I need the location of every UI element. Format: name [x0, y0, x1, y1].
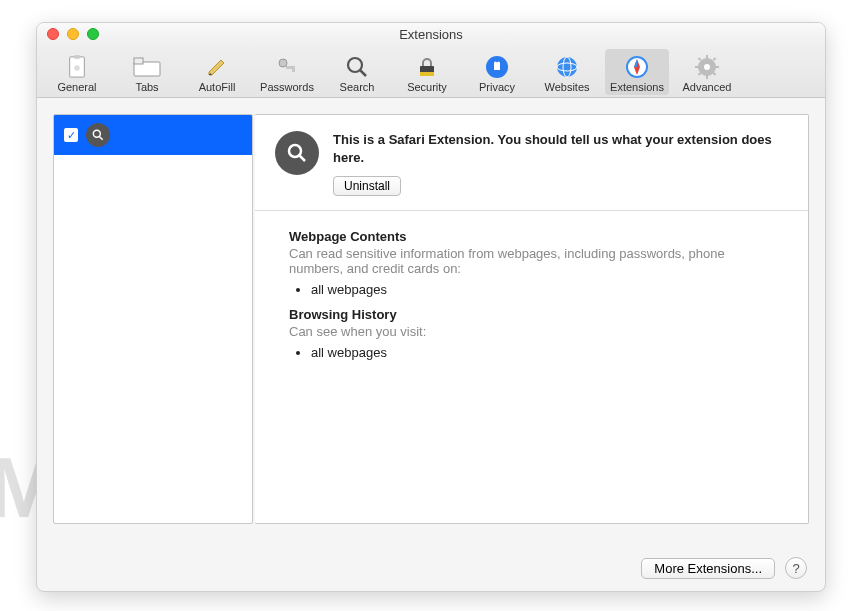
extension-description: This is a Safari Extension. You should t…	[333, 131, 788, 166]
compass-icon	[605, 53, 669, 81]
gear-icon	[675, 53, 739, 81]
tab-autofill[interactable]: AutoFill	[185, 49, 249, 95]
toolbar-item-label: Extensions	[605, 81, 669, 93]
svg-line-9	[360, 70, 366, 76]
webpage-contents-desc: Can read sensitive information from webp…	[289, 246, 774, 276]
toolbar-item-label: AutoFill	[185, 81, 249, 93]
tab-passwords[interactable]: Passwords	[255, 49, 319, 95]
extension-enabled-checkbox[interactable]: ✓	[64, 128, 78, 142]
svg-rect-20	[706, 55, 708, 59]
tab-websites[interactable]: Websites	[535, 49, 599, 95]
webpage-contents-item: all webpages	[311, 282, 774, 297]
browsing-history-item: all webpages	[311, 345, 774, 360]
toolbar-item-label: Search	[325, 81, 389, 93]
svg-line-31	[299, 155, 305, 161]
extension-detail: This is a Safari Extension. You should t…	[255, 114, 809, 524]
tab-security[interactable]: Security	[395, 49, 459, 95]
tab-general[interactable]: General	[45, 49, 109, 95]
svg-line-29	[99, 136, 103, 140]
svg-point-2	[74, 65, 80, 71]
svg-point-19	[704, 64, 710, 70]
svg-point-5	[279, 59, 287, 67]
tab-privacy[interactable]: Privacy	[465, 49, 529, 95]
more-extensions-button[interactable]: More Extensions...	[641, 558, 775, 579]
preferences-toolbar: General Tabs AutoFill Passwords Search	[37, 45, 825, 98]
browsing-history-title: Browsing History	[289, 307, 774, 322]
tab-advanced[interactable]: Advanced	[675, 49, 739, 95]
extension-icon	[86, 123, 110, 147]
toolbar-item-label: Passwords	[255, 81, 319, 93]
tab-extensions[interactable]: Extensions	[605, 49, 669, 95]
svg-rect-26	[713, 57, 717, 61]
pencil-icon	[185, 53, 249, 81]
toolbar-item-label: Websites	[535, 81, 599, 93]
uninstall-button[interactable]: Uninstall	[333, 176, 401, 196]
svg-rect-22	[695, 66, 699, 68]
hand-icon	[465, 53, 529, 81]
toolbar-item-label: Privacy	[465, 81, 529, 93]
svg-rect-24	[698, 57, 702, 61]
extension-large-icon	[275, 131, 319, 175]
general-icon	[45, 53, 109, 81]
svg-point-13	[557, 57, 577, 77]
lock-icon	[395, 53, 459, 81]
svg-rect-23	[715, 66, 719, 68]
extension-list: ✓	[53, 114, 253, 524]
webpage-contents-title: Webpage Contents	[289, 229, 774, 244]
svg-rect-7	[292, 66, 295, 72]
svg-rect-11	[420, 72, 434, 76]
permissions-section: Webpage Contents Can read sensitive info…	[255, 211, 808, 380]
svg-rect-4	[134, 58, 143, 64]
toolbar-item-label: Security	[395, 81, 459, 93]
tabs-icon	[115, 53, 179, 81]
window-title: Extensions	[37, 27, 825, 42]
tab-tabs[interactable]: Tabs	[115, 49, 179, 95]
content-area: ✓ This is a Safari Extension. You should…	[37, 98, 825, 557]
svg-rect-1	[74, 55, 80, 59]
browsing-history-desc: Can see when you visit:	[289, 324, 774, 339]
toolbar-item-label: Tabs	[115, 81, 179, 93]
footer: More Extensions... ?	[37, 557, 825, 591]
tab-search[interactable]: Search	[325, 49, 389, 95]
key-icon	[255, 53, 319, 81]
svg-point-8	[348, 58, 362, 72]
titlebar: Extensions	[37, 23, 825, 45]
help-button[interactable]: ?	[785, 557, 807, 579]
extension-list-item[interactable]: ✓	[54, 115, 252, 155]
svg-rect-21	[706, 75, 708, 79]
globe-icon	[535, 53, 599, 81]
toolbar-item-label: Advanced	[675, 81, 739, 93]
extension-header: This is a Safari Extension. You should t…	[255, 115, 808, 211]
preferences-window: Extensions General Tabs AutoFill Passwor…	[36, 22, 826, 592]
search-icon	[325, 53, 389, 81]
toolbar-item-label: General	[45, 81, 109, 93]
